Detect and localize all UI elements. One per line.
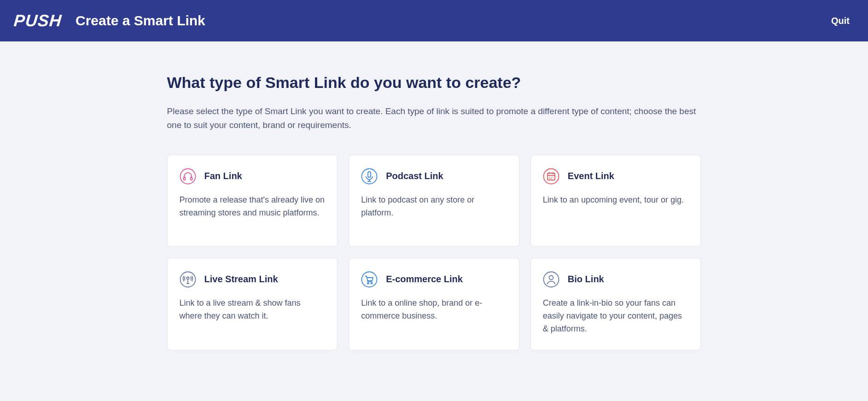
card-head: Bio Link [543, 271, 689, 288]
card-head: E-commerce Link [361, 271, 507, 288]
broadcast-icon [180, 271, 196, 288]
svg-point-18 [186, 277, 189, 279]
card-description: Link to a online shop, brand or e-commer… [361, 297, 507, 323]
microphone-icon [361, 168, 378, 185]
svg-point-0 [180, 169, 195, 184]
cart-icon [361, 271, 378, 288]
svg-rect-4 [368, 172, 371, 177]
card-head: Fan Link [180, 168, 326, 185]
svg-rect-1 [183, 177, 185, 180]
page-description: Please select the type of Smart Link you… [167, 105, 701, 133]
user-icon [543, 271, 559, 288]
calendar-icon [543, 168, 559, 185]
svg-point-12 [549, 177, 550, 178]
card-title: Fan Link [204, 171, 242, 181]
header-left: PUSH Create a Smart Link [14, 11, 205, 30]
link-type-grid: Fan Link Promote a release that's alread… [167, 155, 701, 351]
card-fan-link[interactable]: Fan Link Promote a release that's alread… [167, 155, 338, 247]
app-header: PUSH Create a Smart Link Quit [0, 0, 868, 41]
brand-logo[interactable]: PUSH [13, 11, 63, 30]
svg-point-25 [549, 275, 553, 279]
svg-point-7 [543, 169, 559, 184]
card-title: E-commerce Link [386, 274, 463, 285]
card-head: Event Link [543, 168, 689, 185]
svg-rect-2 [190, 177, 192, 180]
card-title: Live Stream Link [204, 274, 278, 285]
card-bio-link[interactable]: Bio Link Create a link-in-bio so your fa… [530, 258, 701, 351]
svg-point-16 [551, 178, 552, 179]
card-ecommerce-link[interactable]: E-commerce Link Link to a online shop, b… [349, 258, 519, 351]
card-event-link[interactable]: Event Link Link to an upcoming event, to… [530, 155, 701, 247]
svg-point-21 [362, 272, 377, 287]
header-title: Create a Smart Link [76, 13, 205, 29]
card-head: Podcast Link [361, 168, 507, 185]
card-podcast-link[interactable]: Podcast Link Link to podcast on any stor… [349, 155, 519, 247]
card-description: Link to an upcoming event, tour or gig. [543, 194, 689, 207]
card-title: Bio Link [568, 274, 604, 285]
quit-button[interactable]: Quit [831, 16, 850, 26]
card-description: Promote a release that's already live on… [180, 194, 326, 220]
card-description: Create a link-in-bio so your fans can ea… [543, 297, 689, 336]
svg-point-13 [551, 177, 552, 178]
svg-point-23 [371, 282, 373, 284]
card-description: Link to a live stream & show fans where … [180, 297, 326, 323]
svg-point-22 [367, 282, 369, 284]
page-heading: What type of Smart Link do you want to c… [167, 74, 701, 92]
headphones-icon [180, 168, 196, 185]
svg-point-14 [552, 177, 553, 178]
card-title: Event Link [568, 171, 614, 181]
card-head: Live Stream Link [180, 271, 326, 288]
card-title: Podcast Link [386, 171, 443, 181]
main-content: What type of Smart Link do you want to c… [158, 41, 711, 369]
card-description: Link to podcast on any store or platform… [361, 194, 507, 220]
card-live-stream-link[interactable]: Live Stream Link Link to a live stream &… [167, 258, 338, 351]
svg-point-15 [549, 178, 550, 179]
